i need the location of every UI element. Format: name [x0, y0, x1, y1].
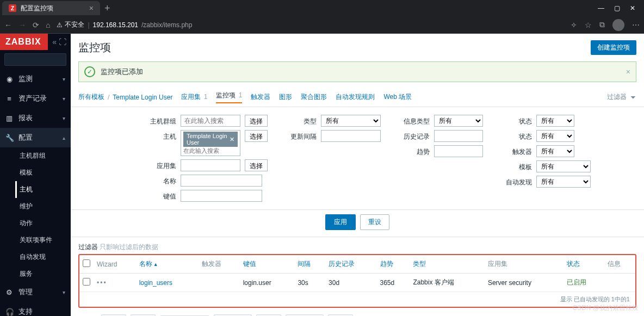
host-multi-input[interactable]: Template Login User ✕	[181, 130, 240, 156]
filter-icon: ⏷	[630, 94, 636, 101]
sidebar-item-templates[interactable]: 模板	[15, 164, 71, 181]
filter-label-host-group: 主机群组	[144, 115, 176, 126]
new-tab-button[interactable]: +	[100, 3, 115, 14]
host-input[interactable]	[183, 147, 238, 154]
alert-close-icon[interactable]: ×	[626, 67, 630, 76]
table-row: ••• login_users login.user 30s 30d 365d …	[79, 274, 635, 292]
status-select[interactable]: 所有	[536, 115, 574, 127]
tab-discovery[interactable]: 自动发现规则	[336, 92, 375, 102]
history-input[interactable]	[434, 130, 483, 142]
sidebar-item-correlation[interactable]: 关联项事件	[15, 232, 71, 249]
row-checkbox[interactable]	[83, 278, 90, 286]
refresh-icon[interactable]: ⟳	[33, 21, 39, 29]
sidebar-item-admin[interactable]: ⚙管理▾	[0, 282, 71, 302]
breadcrumb-all-templates[interactable]: 所有模板	[78, 92, 104, 102]
address-bar: ← → ⟳ ⌂ ⚠ 不安全 | 192.168.15.201/zabbix/it…	[0, 16, 644, 34]
filter-panel: 主机群组 选择 主机 Template Login User ✕ 选择 应用集 …	[71, 107, 644, 210]
col-status[interactable]: 状态	[564, 255, 605, 274]
key-input[interactable]	[181, 190, 262, 202]
sidebar-item-services[interactable]: 服务	[15, 265, 71, 282]
filter-toggle[interactable]: 过滤器 ⏷	[607, 92, 636, 102]
col-type[interactable]: 类型	[410, 255, 484, 274]
collapse-sidebar-icon[interactable]: « ⛶	[48, 38, 71, 46]
info-type-select[interactable]: 所有	[434, 115, 483, 127]
back-icon[interactable]: ←	[4, 21, 12, 29]
trend-input[interactable]	[434, 145, 483, 157]
data-table-container: Wizard 名称▲ 触发器 键值 间隔 历史记录 趋势 类型 应用集 状态 信…	[78, 254, 636, 308]
breadcrumb-template[interactable]: Template Login User	[113, 94, 172, 101]
tab-triggers[interactable]: 触发器	[251, 92, 270, 102]
host-group-input[interactable]	[181, 115, 240, 127]
status-badge[interactable]: 已启用	[567, 278, 586, 286]
select-all-checkbox[interactable]	[83, 259, 90, 267]
col-name[interactable]: 名称▲	[136, 255, 199, 274]
bulk-actions: 0 选择 启用 禁用 Execute now 清除历史 复制 批量更新 删除	[71, 308, 644, 316]
col-key[interactable]: 键值	[240, 255, 295, 274]
collections-icon[interactable]: ⧉	[599, 20, 605, 29]
wizard-cell[interactable]: •••	[94, 274, 136, 292]
discovery-select[interactable]: 所有	[536, 176, 591, 188]
url-display[interactable]: ⚠ 不安全 | 192.168.15.201/zabbix/items.php	[57, 20, 192, 29]
logo[interactable]: ZABBIX	[0, 34, 48, 50]
profile-avatar[interactable]	[612, 19, 624, 31]
state-select[interactable]: 所有	[536, 130, 574, 142]
sidebar-item-inventory[interactable]: ≡资产记录▾	[0, 89, 71, 108]
tab-items[interactable]: 监控项 1	[216, 91, 242, 103]
item-name-link[interactable]: login_users	[139, 279, 172, 287]
col-trend[interactable]: 趋势	[377, 255, 410, 274]
sidebar-item-reports[interactable]: ▥报表▾	[0, 108, 71, 128]
eye-icon: ◉	[5, 75, 13, 83]
tab-graphs[interactable]: 图形	[279, 92, 292, 102]
forward-icon[interactable]: →	[18, 21, 26, 29]
filter-label-state: 状态	[499, 130, 532, 141]
filter-label-triggers: 触发器	[499, 145, 532, 157]
sidebar-item-maintenance[interactable]: 维护	[15, 198, 71, 215]
app-input[interactable]	[181, 159, 240, 171]
col-app: 应用集	[485, 255, 564, 274]
col-interval[interactable]: 间隔	[294, 255, 325, 274]
remove-tag-icon[interactable]: ✕	[230, 136, 234, 143]
triggers-select[interactable]: 所有	[536, 145, 574, 157]
alert-message: 监控项已添加	[101, 67, 143, 77]
bookmark-icon[interactable]: ☆	[585, 21, 592, 29]
browser-tab[interactable]: Z 配置监控项 ×	[2, 1, 100, 15]
create-item-button[interactable]: 创建监控项	[591, 40, 636, 55]
sort-asc-icon: ▲	[153, 262, 158, 267]
chevron-down-icon: ▾	[63, 76, 65, 82]
col-history[interactable]: 历史记录	[325, 255, 376, 274]
maximize-icon[interactable]: ▢	[614, 4, 620, 12]
sidebar-item-host-groups[interactable]: 主机群组	[15, 147, 71, 164]
apply-filter-button[interactable]: 应用	[325, 214, 356, 230]
host-group-select-button[interactable]: 选择	[245, 115, 268, 127]
sidebar-search[interactable]: 🔍	[4, 53, 66, 66]
interval-input[interactable]	[321, 130, 381, 142]
sidebar-item-config[interactable]: 🔧配置▴	[0, 128, 71, 147]
sidebar-item-monitor[interactable]: ◉监测▾	[0, 69, 71, 89]
name-input[interactable]	[181, 175, 262, 187]
app-select-button[interactable]: 选择	[245, 159, 268, 171]
sidebar-item-auto-discovery[interactable]: 自动发现	[15, 249, 71, 265]
type-select[interactable]: 所有	[321, 115, 381, 127]
favorite-icon[interactable]: ✧	[571, 21, 577, 29]
tab-close-icon[interactable]: ×	[89, 4, 94, 13]
tab-screens[interactable]: 聚合图形	[301, 92, 327, 102]
filter-label-trend: 趋势	[397, 145, 430, 157]
filter-label-app: 应用集	[144, 159, 176, 171]
template-select[interactable]: 所有	[536, 160, 591, 172]
minimize-icon[interactable]: —	[598, 4, 604, 12]
sidebar-item-support[interactable]: 🎧支持	[0, 302, 71, 316]
reset-filter-button[interactable]: 重设	[360, 214, 389, 230]
breadcrumb: 所有模板 / Template Login User 应用集 1 监控项 1 触…	[71, 88, 644, 107]
sidebar-item-actions[interactable]: 动作	[15, 215, 71, 232]
filter-label-status: 状态	[499, 115, 532, 126]
tab-app[interactable]: 应用集 1	[181, 92, 207, 102]
wrench-icon: 🔧	[5, 134, 13, 142]
close-window-icon[interactable]: ✕	[630, 4, 635, 12]
tab-title: 配置监控项	[21, 4, 53, 13]
filter-label-discovery: 自动发现	[499, 176, 532, 187]
more-icon[interactable]: ⋯	[632, 21, 640, 29]
tab-web[interactable]: Web 场景	[383, 92, 412, 102]
sidebar-item-hosts[interactable]: 主机	[15, 181, 71, 198]
host-select-button[interactable]: 选择	[245, 130, 268, 142]
home-icon[interactable]: ⌂	[46, 21, 50, 29]
